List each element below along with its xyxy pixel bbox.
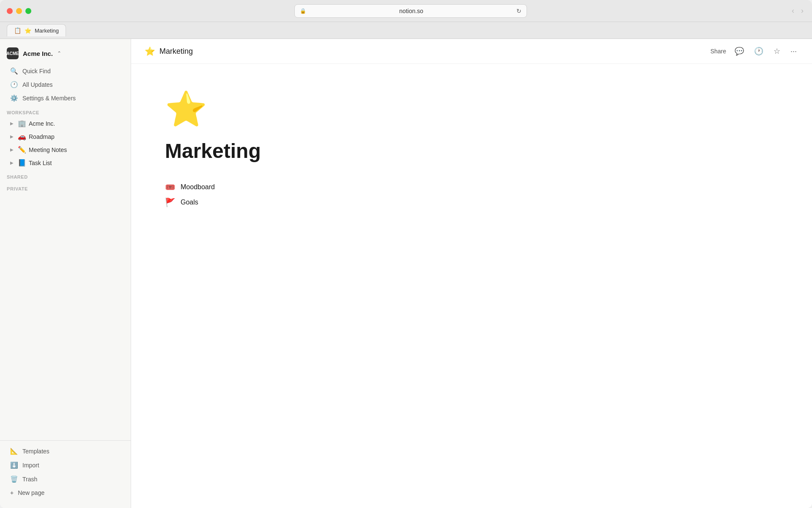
tree-arrow-meeting: ▶ [10, 147, 15, 152]
new-page-button[interactable]: + New page [3, 486, 127, 499]
sidebar-item-task-list[interactable]: ▶ 📘 Task List [3, 157, 127, 169]
tree-arrow-tasks: ▶ [10, 160, 15, 165]
tab-title: Marketing [35, 28, 59, 34]
moodboard-label: Moodboard [181, 183, 215, 191]
page-body: ⭐ Marketing 🎟️ Moodboard 🚩 Goals [131, 64, 812, 508]
tab-bar: 📋 ⭐ Marketing [0, 22, 812, 39]
address-bar[interactable]: 🔒 notion.so ↻ [294, 4, 527, 18]
workspace-chevron-icon: ⌃ [57, 50, 61, 56]
page-header-star-icon: ⭐ [145, 46, 155, 56]
workspace-name: Acme Inc. [23, 50, 53, 57]
page-title: Marketing [165, 139, 778, 163]
tab-favicon-notion: 📋 [14, 27, 21, 34]
tree-arrow-roadmap: ▶ [10, 134, 15, 139]
maximize-button[interactable] [25, 8, 31, 14]
private-section-label: PRIVATE [0, 181, 131, 193]
tree-label-roadmap: Roadmap [29, 133, 55, 140]
app-layout: ACME Acme Inc. ⌃ 🔍 Quick Find 🕐 All Upda… [0, 39, 812, 508]
forward-button[interactable]: › [799, 5, 805, 17]
search-icon: 🔍 [10, 67, 18, 75]
window-controls [7, 8, 31, 14]
import-icon: ⬇️ [10, 461, 18, 469]
tree-emoji-roadmap: 🚗 [18, 133, 26, 141]
trash-icon: 🗑️ [10, 475, 18, 483]
page-subitem-moodboard[interactable]: 🎟️ Moodboard [165, 179, 778, 195]
sidebar-footer: 📐 Templates ⬇️ Import 🗑️ Trash + New pag… [0, 440, 131, 503]
sidebar-item-trash[interactable]: 🗑️ Trash [3, 472, 127, 486]
templates-label: Templates [22, 448, 49, 455]
sidebar-item-acme-inc[interactable]: ▶ 🏢 Acme Inc. [3, 117, 127, 130]
new-page-label: New page [18, 489, 44, 496]
favorite-button[interactable]: ☆ [772, 45, 782, 58]
import-label: Import [22, 462, 39, 469]
page-icon-large: ⭐ [165, 89, 778, 129]
comments-button[interactable]: 💬 [733, 45, 746, 58]
sidebar-label-quick-find: Quick Find [22, 68, 51, 75]
active-tab[interactable]: 📋 ⭐ Marketing [7, 24, 66, 36]
lock-icon: 🔒 [300, 8, 306, 14]
goals-emoji: 🚩 [165, 197, 176, 207]
address-bar-container: 🔒 notion.so ↻ [36, 4, 785, 18]
shared-section-label: SHARED [0, 169, 131, 181]
tree-arrow-acme: ▶ [10, 121, 15, 126]
page-header-title: Marketing [159, 47, 193, 56]
tree-emoji-acme: 🏢 [18, 119, 26, 127]
share-button[interactable]: Share [710, 48, 726, 55]
settings-icon: ⚙️ [10, 94, 18, 102]
minimize-button[interactable] [16, 8, 22, 14]
history-button[interactable]: 🕐 [752, 45, 765, 58]
workspace-logo-text: ACME [6, 51, 19, 56]
trash-label: Trash [22, 476, 37, 483]
sidebar-item-settings[interactable]: ⚙️ Settings & Members [3, 92, 127, 105]
tree-label-tasks: Task List [29, 160, 52, 166]
sidebar-label-settings: Settings & Members [22, 95, 76, 102]
title-bar: 🔒 notion.so ↻ ‹ › [0, 0, 812, 22]
page-title-section: ⭐ Marketing [145, 46, 705, 56]
templates-icon: 📐 [10, 447, 18, 455]
nav-controls: ‹ › [790, 5, 805, 17]
sidebar-item-roadmap[interactable]: ▶ 🚗 Roadmap [3, 130, 127, 143]
tree-emoji-meeting: ✏️ [18, 146, 26, 154]
goals-label: Goals [181, 199, 198, 206]
tab-star-icon: ⭐ [25, 28, 31, 34]
close-button[interactable] [7, 8, 13, 14]
tree-emoji-tasks: 📘 [18, 159, 26, 167]
main-content: ⭐ Marketing Share 💬 🕐 ☆ ··· ⭐ Marketing … [131, 39, 812, 508]
moodboard-emoji: 🎟️ [165, 182, 176, 192]
page-header: ⭐ Marketing Share 💬 🕐 ☆ ··· [131, 39, 812, 64]
new-page-plus-icon: + [10, 489, 14, 496]
tree-label-acme: Acme Inc. [29, 120, 55, 127]
sidebar-label-all-updates: All Updates [22, 81, 53, 88]
workspace-logo: ACME [7, 47, 19, 59]
sidebar-item-templates[interactable]: 📐 Templates [3, 444, 127, 458]
reload-button[interactable]: ↻ [516, 8, 521, 14]
header-actions: Share 💬 🕐 ☆ ··· [710, 45, 798, 58]
sidebar-item-quick-find[interactable]: 🔍 Quick Find [3, 65, 127, 77]
workspace-section-label: WORKSPACE [0, 105, 131, 117]
tree-label-meeting: Meeting Notes [29, 146, 67, 153]
page-subitem-goals[interactable]: 🚩 Goals [165, 195, 778, 210]
more-button[interactable]: ··· [789, 45, 798, 58]
updates-icon: 🕐 [10, 81, 18, 88]
url-text: notion.so [310, 8, 513, 14]
sidebar: ACME Acme Inc. ⌃ 🔍 Quick Find 🕐 All Upda… [0, 39, 131, 508]
workspace-header[interactable]: ACME Acme Inc. ⌃ [0, 44, 131, 64]
sidebar-item-import[interactable]: ⬇️ Import [3, 458, 127, 472]
sidebar-item-meeting-notes[interactable]: ▶ ✏️ Meeting Notes [3, 144, 127, 156]
back-button[interactable]: ‹ [790, 5, 796, 17]
browser-window: 🔒 notion.so ↻ ‹ › 📋 ⭐ Marketing ACME [0, 0, 812, 508]
sidebar-item-all-updates[interactable]: 🕐 All Updates [3, 78, 127, 91]
